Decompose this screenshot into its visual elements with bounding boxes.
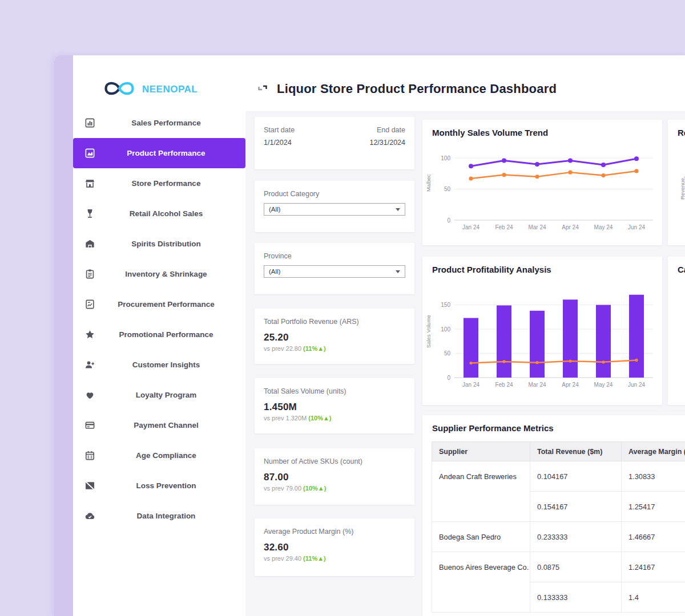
sidebar-item-loyalty-program[interactable]: Loyalty Program (73, 380, 245, 410)
supplier-cell (432, 492, 530, 522)
supplier-cell: Buenos Aires Beverage Co. (432, 552, 530, 582)
sidebar-item-promotional-performance[interactable]: Promotional Performance (73, 319, 245, 350)
svg-text:Jun 24: Jun 24 (628, 382, 645, 388)
sidebar-item-inventory-shrinkage[interactable]: Inventory & Shrinkage (73, 259, 245, 289)
cloud-check-icon (84, 510, 96, 521)
no-image-icon (84, 480, 96, 491)
kpi-label: Average Product Margin (%) (264, 528, 405, 536)
person-plus-icon (84, 359, 96, 370)
app-header: NEENOPAL Liquor Store Product Performanc… (73, 70, 685, 108)
svg-text:50: 50 (444, 186, 451, 192)
revenue-cell: 0.233333 (530, 522, 622, 552)
margin-cell: 1.46667 (622, 522, 685, 552)
svg-text:Apr 24: Apr 24 (562, 224, 579, 230)
chart-title: Ca (678, 265, 685, 274)
category-chart-card-partial: Ca (668, 257, 685, 405)
date-filter-card: Start date End date 1/1/2024 12/31/2024 (255, 117, 414, 169)
bar-chart-icon (84, 117, 96, 128)
kpi-card-total-sales-volume: Total Sales Volume (units) 1.450M vs pre… (255, 378, 414, 433)
chart-title: Re (678, 128, 685, 137)
kpi-label: Number of Active SKUs (count) (264, 457, 405, 465)
column-header-total-revenue[interactable]: Total Revenue ($m) (530, 442, 622, 461)
start-date-value[interactable]: 1/1/2024 (264, 139, 335, 147)
province-filter-card: Province (All) (255, 243, 414, 294)
sidebar-item-product-performance[interactable]: Product Performance (73, 138, 245, 168)
sidebar-item-label: Product Performance (96, 149, 236, 157)
supplier-cell: Bodega San Pedro (432, 522, 530, 552)
margin-cell: 1.24167 (622, 552, 685, 582)
svg-text:Apr 24: Apr 24 (562, 382, 579, 388)
kpi-card-active-skus: Number of Active SKUs (count) 87.00 vs p… (255, 448, 414, 505)
svg-text:100: 100 (441, 155, 450, 161)
sidebar-item-store-performance[interactable]: Store Performance (73, 168, 245, 198)
svg-text:May 24: May 24 (594, 382, 613, 388)
table-row[interactable]: 0.133333 1.4 (432, 582, 685, 613)
sidebar-item-age-compliance[interactable]: Age Compliance (73, 440, 245, 471)
table-row[interactable]: 0.154167 1.25417 (432, 492, 685, 522)
kpi-comparison: vs prev 79.00 (10%▲) (264, 485, 405, 492)
product-category-label: Product Category (264, 190, 405, 198)
revenue-cell: 0.154167 (530, 492, 622, 522)
sidebar-item-loss-prevention[interactable]: Loss Prevention (73, 471, 245, 501)
sidebar-item-label: Payment Channel (96, 421, 236, 429)
chart-title: Product Profitability Analysis (432, 265, 551, 274)
chevron-down-icon (396, 270, 400, 273)
dashboard-canvas: NEENOPAL Liquor Store Product Performanc… (0, 0, 685, 616)
end-date-value[interactable]: 12/31/2024 (335, 139, 405, 147)
svg-text:Mar 24: Mar 24 (528, 224, 546, 230)
neenopal-logo-icon (102, 77, 137, 102)
product-profitability-analysis-chart[interactable]: 050100150Jan 24Feb 24Mar 24Apr 24May 24J… (427, 282, 658, 400)
svg-text:0: 0 (447, 375, 450, 381)
column-header-supplier[interactable]: Supplier (432, 442, 530, 461)
table-row[interactable]: Andean Craft Breweries 0.104167 1.30833 (432, 461, 685, 492)
margin-cell: 1.25417 (622, 492, 685, 522)
monthly-sales-volume-trend-chart[interactable]: 050100Jan 24Feb 24Mar 24Apr 24May 24Jun … (427, 145, 658, 243)
credit-card-icon (84, 420, 96, 431)
sidebar-item-payment-channel[interactable]: Payment Channel (73, 410, 245, 440)
sidebar-item-label: Data Integration (96, 512, 236, 520)
kpi-delta: (11%▲) (303, 555, 326, 562)
kpi-card-average-product-margin: Average Product Margin (%) 32.60 vs prev… (255, 518, 414, 576)
kpi-comparison: vs prev 22.80 (11%▲) (264, 345, 405, 352)
svg-text:50: 50 (444, 350, 451, 356)
kpi-card-total-portfolio-revenue: Total Portfolio Revenue (ARS) 25.20 vs p… (255, 309, 414, 364)
product-category-select[interactable]: (All) (264, 203, 405, 216)
kpi-value: 32.60 (264, 542, 405, 553)
sidebar-item-sales-performance[interactable]: Sales Performance (73, 108, 245, 138)
table-row[interactable]: Bodega San Pedro 0.233333 1.46667 (432, 522, 685, 552)
kpi-value: 87.00 (264, 472, 405, 483)
sidebar-item-label: Sales Performance (96, 119, 236, 127)
supplier-performance-metrics-card: Supplier Performance Metrics Supplier To… (422, 415, 685, 616)
end-date-label: End date (335, 126, 405, 134)
sidebar-item-procurement-performance[interactable]: Procurement Performance (73, 289, 245, 319)
revenue-cell: 0.133333 (530, 582, 622, 613)
product-category-value: (All) (269, 206, 280, 213)
svg-text:Feb 24: Feb 24 (495, 382, 513, 388)
sidebar-item-retail-alcohol-sales[interactable]: Retail Alcohol Sales (73, 198, 245, 229)
sidebar-item-label: Inventory & Shrinkage (96, 270, 236, 278)
kpi-delta: (11%▲) (303, 345, 326, 352)
wine-glass-icon (84, 208, 96, 219)
svg-text:Mar 24: Mar 24 (528, 382, 546, 388)
kpi-value: 1.450M (264, 402, 405, 413)
dashboard-icon (257, 82, 268, 96)
calendar-icon (84, 450, 96, 461)
sidebar-item-data-integration[interactable]: Data Integration (73, 501, 245, 531)
column-header-average-margin[interactable]: Average Margin (%) (622, 442, 685, 461)
sidebar-item-customer-insights[interactable]: Customer Insights (73, 350, 245, 380)
sidebar-item-label: Procurement Performance (96, 300, 236, 309)
sidebar-nav: Sales Performance Product Performance St… (73, 108, 245, 616)
heart-icon (84, 390, 96, 400)
sidebar-item-spirits-distribution[interactable]: Spirits Distribution (73, 229, 245, 259)
table-row[interactable]: Buenos Aires Beverage Co. 0.0875 1.24167 (432, 552, 685, 582)
content-area: Start date End date 1/1/2024 12/31/2024 … (245, 111, 685, 616)
svg-text:Feb 24: Feb 24 (495, 224, 513, 230)
sidebar-item-label: Loyalty Program (96, 391, 236, 399)
supplier-table: Supplier Total Revenue ($m) Average Marg… (432, 441, 685, 613)
clipboard-icon (84, 269, 96, 279)
province-select[interactable]: (All) (264, 265, 405, 278)
left-accent-strip (54, 55, 73, 616)
kpi-value: 25.20 (264, 332, 405, 343)
kpi-label: Total Portfolio Revenue (ARS) (264, 318, 405, 326)
margin-cell: 1.30833 (622, 461, 685, 492)
